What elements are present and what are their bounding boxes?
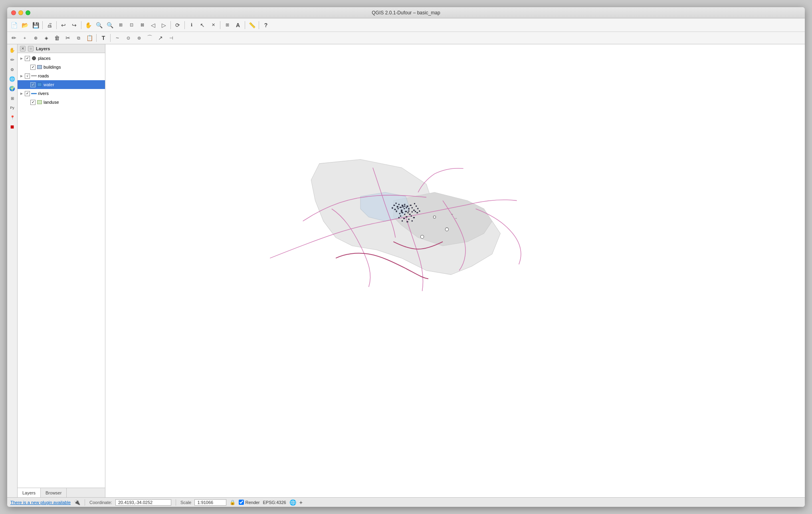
node-tool-button[interactable]: ◈ [41, 33, 51, 43]
svg-rect-17 [413, 210, 415, 211]
svg-rect-5 [400, 207, 402, 208]
toolbar-sep-3 [81, 21, 81, 29]
deselect-button[interactable]: ✕ [208, 20, 218, 30]
layer-name-roads: roads [38, 73, 103, 78]
layer-checkbox-buildings[interactable]: ✓ [30, 65, 36, 70]
pan-button[interactable]: ✋ [83, 20, 93, 30]
toolbar-sep-4 [170, 21, 171, 29]
paste-features-button[interactable]: 📋 [84, 33, 95, 43]
zoom-layer-button[interactable]: ⊡ [126, 20, 137, 30]
grid-tool[interactable]: ⊞ [8, 94, 17, 103]
refresh-button[interactable]: ⟳ [172, 20, 183, 30]
layer-name-landuse: landuse [44, 100, 103, 105]
layer-item-rivers[interactable]: ▶ ✓ rivers [18, 89, 105, 98]
toggle-layers-button[interactable]: ○ [28, 46, 34, 51]
layer-name-places: places [38, 56, 103, 61]
layers-header: ✕ ○ Layers [18, 44, 105, 53]
layer-checkbox-water[interactable]: ✓ [30, 82, 36, 87]
zoom-in-button[interactable]: 🔍 [94, 20, 104, 30]
layer-item-places[interactable]: ▶ ✓ places [18, 54, 105, 63]
red-square-tool[interactable]: ■ [8, 123, 17, 131]
scale-lock-icon[interactable]: 🔒 [230, 500, 236, 505]
split-features-button[interactable]: ⊣ [166, 33, 176, 43]
open-project-button[interactable]: 📂 [20, 20, 30, 30]
zoom-full-button[interactable]: ⊞ [115, 20, 126, 30]
label-button[interactable]: A [233, 20, 243, 30]
globe-tool-2[interactable]: 🌍 [8, 84, 17, 93]
svg-rect-22 [414, 203, 415, 204]
layer-item-water[interactable]: ▶ ✓ water [18, 80, 105, 89]
layer-item-roads[interactable]: ▶ √ roads [18, 71, 105, 80]
tab-layers[interactable]: Layers [18, 488, 41, 497]
simplify-button[interactable]: ~ [112, 33, 123, 43]
new-project-button[interactable]: 📄 [9, 20, 19, 30]
minimize-button[interactable] [18, 10, 23, 15]
status-icon-2[interactable]: + [299, 499, 303, 506]
save-project-button[interactable]: 💾 [30, 20, 41, 30]
globe-tool-1[interactable]: 🌐 [8, 75, 17, 83]
plugin-icon: 🔌 [74, 499, 80, 505]
add-ring-button[interactable]: ⊙ [123, 33, 133, 43]
layer-expand-places[interactable]: ▶ [19, 56, 24, 61]
add-feature-button[interactable]: + [20, 33, 30, 43]
copy-features-button[interactable]: ⧉ [73, 33, 84, 43]
toolbar-sep-7 [245, 21, 245, 29]
open-table-button[interactable]: ⊞ [222, 20, 232, 30]
layer-icon-roads [31, 73, 37, 78]
layer-item-buildings[interactable]: ▶ ✓ buildings [18, 63, 105, 71]
toolbar2-sep-1 [96, 34, 97, 42]
zoom-prev-button[interactable]: ◁ [148, 20, 158, 30]
pan-tool[interactable]: ✋ [8, 46, 17, 55]
layer-checkbox-landuse[interactable]: ✓ [30, 100, 36, 105]
identify-button[interactable]: ℹ [186, 20, 197, 30]
offset-curve-button[interactable]: ↗ [155, 33, 166, 43]
render-checkbox[interactable] [239, 500, 244, 505]
coordinate-input[interactable]: 20.4193,-34.0252 [115, 499, 171, 506]
maximize-button[interactable] [26, 10, 30, 15]
svg-rect-40 [396, 210, 397, 212]
plugin-link[interactable]: There is a new plugin available [10, 500, 71, 505]
svg-rect-21 [396, 203, 397, 204]
layer-item-landuse[interactable]: ▶ ✓ landuse [18, 98, 105, 107]
status-icon-1[interactable]: 🌐 [289, 499, 296, 506]
reshape-button[interactable]: ⌒ [145, 33, 155, 43]
marker-tool[interactable]: 📍 [8, 113, 17, 122]
layer-icon-buildings [36, 65, 43, 69]
help-button[interactable]: ? [261, 20, 271, 30]
layer-checkbox-roads[interactable]: √ [25, 73, 30, 79]
svg-rect-26 [394, 209, 396, 210]
svg-rect-41 [415, 211, 416, 212]
layer-icon-places [31, 56, 37, 61]
edit-pencil-button[interactable]: ✏ [9, 33, 19, 43]
layer-expand-roads[interactable]: ▶ [19, 73, 24, 78]
layer-checkbox-places[interactable]: ✓ [25, 56, 30, 61]
measure-button[interactable]: 📏 [247, 20, 257, 30]
python-tool[interactable]: Py [8, 103, 17, 112]
scale-input[interactable]: 1:91066 [194, 499, 226, 506]
label-tool-button[interactable]: T [98, 33, 109, 43]
plugin-tool-1[interactable]: ⚙ [8, 65, 17, 74]
layer-expand-rivers[interactable]: ▶ [19, 91, 24, 96]
redo-button[interactable]: ↪ [69, 20, 79, 30]
delete-selected-button[interactable]: 🗑 [52, 33, 62, 43]
svg-rect-12 [398, 204, 400, 205]
zoom-out-button[interactable]: 🔍 [105, 20, 115, 30]
move-feature-button[interactable]: ⊕ [30, 33, 41, 43]
zoom-next-button[interactable]: ▷ [158, 20, 169, 30]
undo-button[interactable]: ↩ [58, 20, 69, 30]
fill-ring-button[interactable]: ⊚ [134, 33, 144, 43]
svg-rect-6 [406, 206, 408, 207]
layer-checkbox-rivers[interactable]: ✓ [25, 91, 30, 96]
pencil-tool[interactable]: ✏ [8, 55, 17, 64]
scale-label: Scale [180, 500, 192, 505]
zoom-selection-button[interactable]: ⊠ [137, 20, 147, 30]
tab-browser[interactable]: Browser [41, 488, 67, 497]
select-button[interactable]: ↖ [197, 20, 208, 30]
cut-features-button[interactable]: ✂ [63, 33, 73, 43]
toolbar-main: 📄 📂 💾 🖨 ↩ ↪ ✋ 🔍 🔍 ⊞ ⊡ ⊠ ◁ ▷ ⟳ ℹ ↖ ✕ ⊞ [7, 18, 805, 32]
close-layers-button[interactable]: ✕ [20, 46, 26, 51]
map-canvas[interactable]: •• •• [105, 44, 805, 497]
print-button[interactable]: 🖨 [44, 20, 55, 30]
svg-rect-47 [406, 221, 408, 222]
close-button[interactable] [11, 10, 16, 15]
